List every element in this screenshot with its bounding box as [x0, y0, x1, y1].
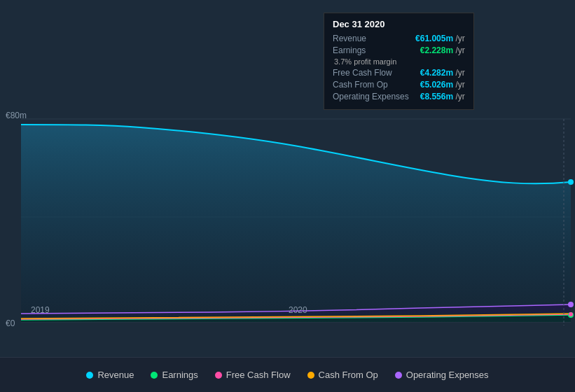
legend-revenue-label: Revenue [97, 370, 134, 380]
legend-fcf-label: Free Cash Flow [226, 370, 291, 380]
y-axis-bottom-label: €0 [6, 318, 15, 328]
tooltip-box: Dec 31 2020 Revenue €61.005m /yr Earning… [324, 13, 474, 110]
chart-area: €80m €0 2019 2020 Dec 31 2020 Revenue €6… [0, 0, 575, 357]
tooltip-revenue-value: €61.005m /yr [415, 34, 465, 43]
tooltip-cashfromop-row: Cash From Op €5.026m /yr [333, 80, 465, 90]
legend-opexp-dot [395, 372, 402, 379]
tooltip-revenue-label: Revenue [333, 34, 366, 43]
tooltip-earnings-label: Earnings [333, 46, 366, 55]
legend-opexp-label: Operating Expenses [406, 370, 489, 380]
legend-bar: Revenue Earnings Free Cash Flow Cash Fro… [0, 357, 575, 392]
tooltip-fcf-label: Free Cash Flow [333, 68, 392, 78]
tooltip-opexp-row: Operating Expenses €8.556m /yr [333, 92, 465, 102]
legend-earnings-dot [151, 372, 158, 379]
legend-earnings[interactable]: Earnings [151, 370, 198, 380]
legend-fcf-dot [215, 372, 222, 379]
tooltip-date: Dec 31 2020 [333, 19, 465, 29]
tooltip-revenue-row: Revenue €61.005m /yr [333, 34, 465, 43]
tooltip-fcf-value: €4.282m /yr [420, 68, 465, 78]
legend-cashfromop-dot [307, 372, 314, 379]
svg-point-7 [569, 312, 573, 316]
tooltip-cashfromop-value: €5.026m /yr [420, 80, 465, 90]
legend-revenue[interactable]: Revenue [86, 370, 134, 380]
tooltip-cashfromop-label: Cash From Op [333, 80, 388, 90]
x-axis-2019-label: 2019 [31, 305, 50, 315]
tooltip-earnings-row: Earnings €2.228m /yr [333, 46, 465, 55]
legend-revenue-dot [86, 372, 93, 379]
tooltip-opexp-label: Operating Expenses [333, 92, 409, 102]
legend-cashfromop[interactable]: Cash From Op [307, 370, 378, 380]
legend-cashfromop-label: Cash From Op [319, 370, 378, 380]
y-axis-top-label: €80m [6, 111, 27, 120]
tooltip-earnings-value: €2.228m /yr [420, 46, 465, 55]
tooltip-fcf-row: Free Cash Flow €4.282m /yr [333, 68, 465, 78]
x-axis-2020-label: 2020 [289, 305, 307, 315]
legend-fcf[interactable]: Free Cash Flow [215, 370, 291, 380]
tooltip-profit-margin: 3.7% profit margin [333, 57, 465, 66]
svg-point-5 [568, 302, 574, 307]
svg-point-4 [568, 179, 574, 185]
chart-svg [0, 0, 575, 357]
legend-earnings-label: Earnings [162, 370, 198, 380]
legend-opexp[interactable]: Operating Expenses [395, 370, 489, 380]
tooltip-opexp-value: €8.556m /yr [420, 92, 465, 102]
